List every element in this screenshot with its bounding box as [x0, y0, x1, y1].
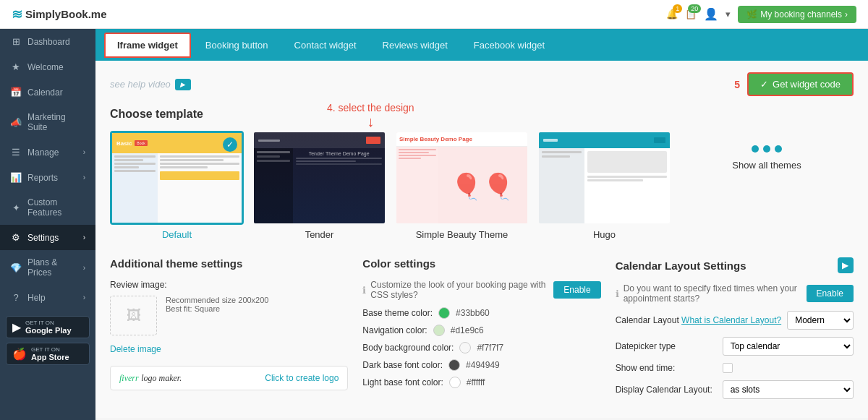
tab-facebook-widget[interactable]: Facebook widget	[462, 34, 556, 56]
chevron-right-icon: ›	[83, 148, 85, 156]
plans-icon: 💎	[10, 262, 22, 273]
template-thumb-tender[interactable]: Tender Theme Demo Page	[252, 131, 386, 225]
review-image-label: Review image:	[110, 280, 348, 290]
google-play-icon: ▶	[12, 320, 21, 334]
reports-icon: 📊	[10, 172, 22, 183]
sidebar-item-custom[interactable]: ✦ Custom Features	[0, 190, 95, 225]
get-widget-button[interactable]: ✓ Get widget code	[747, 72, 854, 96]
color-base-value: #33bb60	[456, 308, 490, 318]
calendar-layout-title: Calendar Layout Settings	[616, 260, 746, 272]
tab-iframe-widget[interactable]: Iframe widget	[104, 33, 191, 58]
top-nav: ≋ SimplyBook.me 🔔 1 📋 20 👤 ▾ 🌿 My bookin…	[0, 0, 868, 29]
template-section-title: Choose template	[110, 108, 854, 121]
notification-icon[interactable]: 🔔 1	[666, 9, 678, 20]
template-hugo[interactable]: Hugo	[537, 131, 671, 240]
display-layout-select[interactable]: as slots as list	[723, 380, 854, 399]
main-content: Iframe widget Booking button Contact wid…	[95, 29, 868, 420]
color-light-swatch[interactable]	[449, 377, 461, 388]
template-hugo-label: Hugo	[537, 229, 671, 240]
datepicker-select[interactable]: Top calendar Inline calendar None	[723, 337, 854, 356]
color-settings-title: Color settings	[362, 257, 600, 270]
checkmark-icon: ✓	[760, 79, 768, 90]
chevron-right-icon: ›	[83, 293, 85, 301]
image-placeholder: 🖼	[110, 296, 157, 335]
show-all-label: Show all themes	[732, 160, 801, 171]
apple-icon: 🍎	[12, 347, 27, 361]
sidebar: ⊞ Dashboard ★ Welcome 📅 Calendar 📣 Marke…	[0, 29, 95, 420]
top-nav-right: 🔔 1 📋 20 👤 ▾ 🌿 My booking channels ›	[666, 6, 856, 23]
sidebar-item-reports[interactable]: 📊 Reports ›	[0, 165, 95, 190]
color-nav-swatch[interactable]	[433, 325, 445, 336]
cal-what-link[interactable]: What is Calendar Layout?	[681, 315, 781, 325]
enable-css-button[interactable]: Enable	[553, 281, 600, 299]
template-thumb-beauty[interactable]: Simple Beauty Demo Page �	[395, 131, 529, 225]
sidebar-item-welcome[interactable]: ★ Welcome	[0, 54, 95, 80]
dot-1	[752, 145, 759, 153]
dropdown-arrow[interactable]: ▾	[726, 9, 731, 20]
color-nav-label: Navigation color:	[362, 325, 427, 335]
datepicker-label: Datepicker type	[616, 341, 717, 351]
color-body-bg: Body background color: #f7f7f7	[362, 342, 600, 353]
fixed-times-row: ℹ Do you want to specify fixed times whe…	[616, 283, 854, 304]
sidebar-item-help[interactable]: ? Help ›	[0, 285, 95, 310]
message-icon[interactable]: 📋 20	[685, 9, 697, 20]
template-default-label: Default	[110, 229, 244, 240]
tab-bar: Iframe widget Booking button Contact wid…	[95, 29, 868, 61]
tab-contact-widget[interactable]: Contact widget	[283, 34, 368, 56]
my-channels-button[interactable]: 🌿 My booking channels ›	[738, 6, 856, 23]
review-image-row: 🖼 Recommended size 200x200 Best fit: Squ…	[110, 296, 348, 335]
sidebar-item-marketing[interactable]: 📣 Marketing Suite	[0, 105, 95, 140]
dot-3	[775, 145, 782, 153]
fiverr-create-link[interactable]: Click to create logo	[265, 373, 339, 383]
sidebar-item-settings[interactable]: ⚙ Settings ›	[0, 225, 95, 250]
template-beauty[interactable]: Simple Beauty Demo Page �	[395, 131, 529, 240]
calendar-video-button[interactable]: ▶	[838, 257, 854, 273]
color-body-swatch[interactable]	[459, 342, 471, 353]
calendar-layout-select[interactable]: Modern Classic List	[787, 311, 854, 330]
css-info-text: Customize the look of your booking page …	[370, 280, 549, 300]
color-dark-label: Dark base font color:	[362, 360, 443, 370]
help-video-link[interactable]: see help video ▶	[110, 79, 191, 90]
three-column-section: Additional theme settings Review image: …	[110, 257, 854, 406]
fixed-times-text: Do you want to specify fixed times when …	[624, 283, 802, 304]
sidebar-item-calendar[interactable]: 📅 Calendar	[0, 80, 95, 105]
app-store-badge[interactable]: 🍎 GET IT ON App Store	[6, 343, 90, 365]
template-tender[interactable]: Tender Theme Demo Page Tender	[252, 131, 386, 240]
delete-image-link[interactable]: Delete image	[110, 344, 348, 354]
manage-icon: ☰	[10, 147, 22, 158]
color-body-label: Body background color:	[362, 343, 454, 353]
additional-settings-title: Additional theme settings	[110, 257, 348, 270]
tab-reviews-widget[interactable]: Reviews widget	[371, 34, 459, 56]
end-time-label: Show end time:	[616, 363, 717, 373]
fiverr-row: fiverr logo maker. Click to create logo	[110, 366, 348, 390]
end-time-checkbox[interactable]	[723, 363, 733, 373]
template-default[interactable]: Basic Book	[110, 131, 244, 240]
color-settings-section: Color settings ℹ Customize the look of y…	[362, 257, 600, 406]
color-dark-font: Dark base font color: #494949	[362, 359, 600, 371]
template-thumb-default[interactable]: Basic Book	[110, 131, 244, 225]
display-layout-row: Display Calendar Layout: as slots as lis…	[616, 380, 854, 399]
color-dark-swatch[interactable]	[448, 359, 460, 371]
template-section: Choose template 4. select the design ↓ B…	[110, 108, 854, 240]
color-base-theme: Base theme color: #33bb60	[362, 307, 600, 319]
play-button[interactable]: ▶	[175, 79, 191, 90]
top-nav-left: ≋ SimplyBook.me	[12, 7, 107, 22]
msg-badge: 20	[688, 4, 701, 13]
user-icon[interactable]: 👤	[704, 7, 718, 21]
template-tender-label: Tender	[252, 229, 386, 240]
color-base-label: Base theme color:	[362, 308, 433, 318]
sidebar-item-manage[interactable]: ☰ Manage ›	[0, 140, 95, 165]
calendar-layout-row: Calendar Layout What is Calendar Layout?…	[616, 311, 854, 330]
google-play-badge[interactable]: ▶ GET IT ON Google Play	[6, 316, 90, 338]
color-dark-value: #494949	[466, 360, 500, 370]
display-layout-label: Display Calendar Layout:	[616, 385, 717, 395]
sidebar-item-dashboard[interactable]: ⊞ Dashboard	[0, 29, 95, 54]
calendar-layout-label: Calendar Layout What is Calendar Layout?	[616, 315, 781, 325]
image-icon: 🖼	[127, 307, 141, 324]
template-thumb-hugo[interactable]	[537, 131, 671, 225]
enable-calendar-button[interactable]: Enable	[807, 285, 854, 302]
show-all-themes[interactable]: Show all themes	[680, 131, 854, 185]
sidebar-item-plans[interactable]: 💎 Plans & Prices ›	[0, 250, 95, 285]
color-base-swatch[interactable]	[438, 307, 450, 319]
tab-booking-button[interactable]: Booking button	[194, 34, 280, 56]
